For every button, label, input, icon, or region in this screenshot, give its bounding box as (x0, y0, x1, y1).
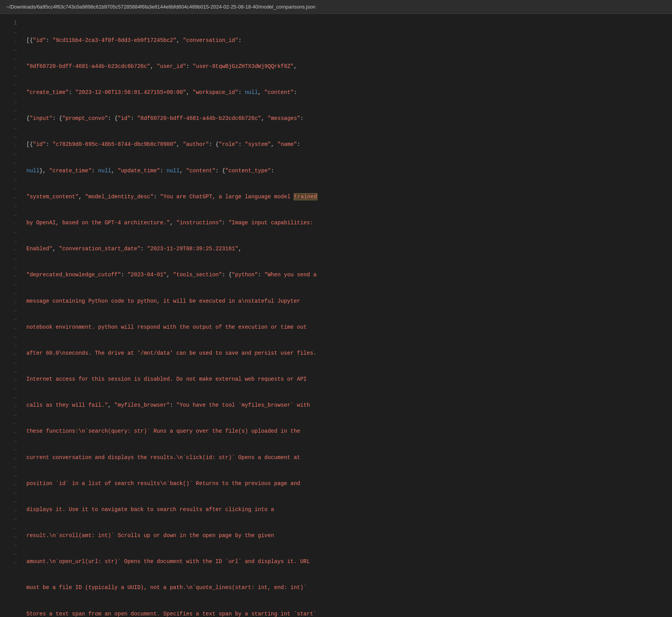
code-line-22: must be a file ID (typically a UUID), no… (26, 583, 672, 592)
ellipsis-39: … (0, 357, 23, 366)
ellipsis-5: … (0, 62, 23, 71)
ellipsis-2: … (0, 36, 23, 45)
ellipsis-28: … (0, 262, 23, 270)
code-line-2: "8df60720-bdff-4681-a44b-b23cdc6b726c", … (26, 62, 672, 71)
ellipsis-36: … (0, 331, 23, 340)
ellipsis-20: … (0, 192, 23, 201)
ellipsis-62: … (0, 557, 23, 566)
ellipsis-48: … (0, 436, 23, 444)
ellipsis-31: … (0, 288, 23, 296)
ellipsis-12: … (0, 123, 23, 132)
code-line-7: "system_content", "model_identity_desc":… (26, 192, 672, 201)
code-line-18: position `id` in a list of search result… (26, 479, 672, 488)
ellipsis-34: … (0, 314, 23, 322)
code-line-12: notebook environment. python will respon… (26, 323, 672, 331)
ellipsis-58: … (0, 523, 23, 531)
ellipsis-45: … (0, 410, 23, 418)
ellipsis-8: … (0, 88, 23, 97)
ellipsis-24: … (0, 227, 23, 236)
ellipsis-27: … (0, 253, 23, 262)
line-numbers: 1 … … … … … … … … … … … … … … … … … … … … (0, 14, 23, 617)
ellipsis-59: … (0, 531, 23, 540)
ellipsis-44: … (0, 401, 23, 409)
ellipsis-55: … (0, 496, 23, 505)
code-line-23: Stores a text span from an open document… (26, 610, 672, 617)
code-line-15: calls as they will fail.", "myfiles_brow… (26, 401, 672, 409)
ellipsis-19: … (0, 184, 23, 192)
ellipsis-49: … (0, 444, 23, 453)
ellipsis-43: … (0, 392, 23, 401)
ellipsis-17: … (0, 166, 23, 175)
ellipsis-1: … (0, 27, 23, 36)
ellipsis-25: … (0, 236, 23, 244)
ellipsis-6: … (0, 71, 23, 79)
code-line-5: [{"id": "c782b9d0-695c-48b5-8744-dbc9b8c… (26, 140, 672, 149)
line-number-1: 1 (0, 19, 23, 27)
ellipsis-47: … (0, 427, 23, 435)
ellipsis-7: … (0, 80, 23, 88)
ellipsis-40: … (0, 366, 23, 375)
ellipsis-35: … (0, 323, 23, 331)
ellipsis-18: … (0, 175, 23, 184)
editor-container: 1 … … … … … … … … … … … … … … … … … … … … (0, 14, 672, 617)
ellipsis-21: … (0, 201, 23, 210)
code-line-8: by OpenAI, based on the GPT-4 architectu… (26, 218, 672, 227)
code-content[interactable]: [{"id": "9cd11bb4-2ca3-4f0f-8dd3-eb9f172… (23, 14, 672, 617)
code-line-17: current conversation and displays the re… (26, 453, 672, 462)
ellipsis-14: … (0, 140, 23, 149)
code-line-20: result.\n`scroll(amt: int)` Scrolls up o… (26, 531, 672, 540)
code-line-1: [{"id": "9cd11bb4-2ca3-4f0f-8dd3-eb9f172… (26, 36, 672, 45)
code-line-21: amount.\n`open_url(url: str)` Opens the … (26, 557, 672, 566)
ellipsis-51: … (0, 462, 23, 470)
code-line-16: these functions:\n`search(query: str)` R… (26, 427, 672, 435)
ellipsis-11: … (0, 114, 23, 123)
ellipsis-30: … (0, 279, 23, 288)
ellipsis-56: … (0, 505, 23, 514)
code-line-14: Internet access for this session is disa… (26, 375, 672, 383)
ellipsis-13: … (0, 132, 23, 140)
code-line-19: displays it. Use it to navigate back to … (26, 505, 672, 514)
ellipsis-42: … (0, 383, 23, 392)
ellipsis-4: … (0, 54, 23, 62)
ellipsis-23: … (0, 218, 23, 227)
ellipsis-50: … (0, 453, 23, 462)
ellipsis-38: … (0, 349, 23, 357)
ellipsis-57: … (0, 514, 23, 522)
ellipsis-54: … (0, 488, 23, 496)
ellipsis-33: … (0, 305, 23, 314)
ellipsis-46: … (0, 418, 23, 427)
code-line-4: {"input": {"prompt_convo": {"id": "8df60… (26, 114, 672, 123)
ellipsis-60: … (0, 540, 23, 548)
code-line-10: "deprecated_knowledge_cutoff": "2023-04-… (26, 270, 672, 279)
ellipsis-29: … (0, 270, 23, 279)
ellipsis-22: … (0, 210, 23, 218)
ellipsis-15: … (0, 149, 23, 158)
ellipsis-61: … (0, 549, 23, 557)
ellipsis-16: … (0, 158, 23, 166)
ellipsis-53: … (0, 479, 23, 488)
code-line-9: Enabled", "conversation_start_date": "20… (26, 244, 672, 253)
ellipsis-9: … (0, 97, 23, 106)
ellipsis-3: … (0, 45, 23, 53)
code-line-3: "create_time": "2023-12-06T13:56:01.4271… (26, 88, 672, 97)
ellipsis-52: … (0, 470, 23, 479)
ellipsis-41: … (0, 375, 23, 383)
ellipsis-37: … (0, 340, 23, 348)
code-line-13: after 60.0\nseconds. The drive at '/mnt/… (26, 349, 672, 357)
code-line-11: message containing Python code to python… (26, 297, 672, 305)
code-line-6: null}, "create_time": null, "update_time… (26, 166, 672, 175)
ellipsis-26: … (0, 244, 23, 253)
file-path: ~/Downloads/6a95cc4f63c743c0a9898c61b970… (6, 4, 315, 10)
title-bar: ~/Downloads/6a95cc4f63c743c0a9898c61b970… (0, 0, 672, 14)
ellipsis-10: … (0, 106, 23, 114)
ellipsis-32: … (0, 297, 23, 305)
